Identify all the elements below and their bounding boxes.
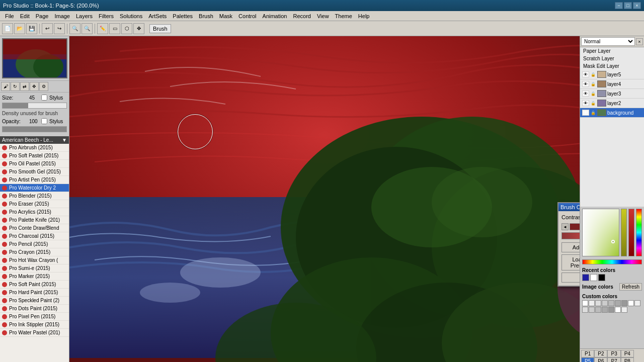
custom-swatch-9[interactable] [634,300,640,306]
paper-layer-item[interactable]: Paper Layer [580,47,644,55]
recent-swatch-2[interactable] [590,274,597,281]
brush-list-item[interactable]: Pro Pencil (2015) [0,240,69,248]
layer-visibility-toggle[interactable]: 👁 [582,110,589,116]
brush-list-item[interactable]: Pro Airbrush (2015) [0,144,69,152]
menu-item-palettes[interactable]: Palettes [170,12,196,20]
toolbar-save[interactable]: 💾 [26,23,37,34]
custom-swatch-3[interactable] [595,300,601,306]
page-btn-7[interactable]: P7 [607,357,620,362]
layer-lock-toggle[interactable]: 🔒 [590,110,596,116]
brush-list-item[interactable]: Pro Marker (2015) [0,273,69,281]
toolbar-zoom-out[interactable]: 🔍 [82,23,93,34]
brush-list-item[interactable]: Pro Water Pastel (201) [0,329,69,337]
custom-swatch-7[interactable] [621,300,627,306]
custom-swatch-1[interactable] [582,300,588,306]
menu-item-view[interactable]: View [314,12,332,20]
hue-slider-vert[interactable] [636,209,642,256]
opacity-slider[interactable] [2,126,67,132]
layer-mode-select[interactable]: Normal Multiply Screen [581,37,635,46]
menu-item-solutions[interactable]: Solutions [117,12,145,20]
layer-row[interactable]: 👁🔒background [580,108,644,118]
brush-list-item[interactable]: Pro Eraser (2015) [0,200,69,208]
size-slider[interactable] [2,103,67,109]
random-btn[interactable]: Random [561,273,580,283]
page-btn-1[interactable]: P1 [581,350,594,357]
brush-list-item[interactable]: Pro Crayon (2015) [0,248,69,256]
menu-item-file[interactable]: File [2,12,17,20]
brush-list-item[interactable]: Pro Sumi-e (2015) [0,264,69,273]
brush-list-item[interactable]: Pro Ink Stippler (2015) [0,321,69,329]
menu-item-record[interactable]: Record [290,12,313,20]
page-btn-5[interactable]: P5 [581,357,594,362]
load-preset-btn[interactable]: Load Preset [561,254,580,270]
canvas-thumbnail[interactable] [2,38,67,78]
menu-item-animation[interactable]: Animation [260,12,290,20]
brush-list-item[interactable]: Pro Artist Pen (2015) [0,176,69,184]
refresh-btn[interactable]: Refresh [619,283,642,291]
toolbar-undo[interactable]: ↩ [42,23,53,34]
page-btn-4[interactable]: P4 [621,350,634,357]
toolbar-move[interactable]: ✥ [133,23,144,34]
add-brush-controls-btn[interactable]: Add Brush Controls [561,242,580,252]
tool-settings[interactable]: ⚙ [39,82,48,91]
custom-swatch-15[interactable] [615,307,621,313]
layer-row[interactable]: 👁🔒layer3 [580,89,644,99]
layer-visibility-toggle[interactable]: 👁 [582,90,589,97]
custom-swatch-16[interactable] [621,307,627,313]
brush-list-item[interactable]: Pro Dots Paint (2015) [0,305,69,313]
menu-item-layers[interactable]: Layers [73,12,96,20]
contrast-slider[interactable] [570,223,580,230]
menu-item-mask[interactable]: Mask [216,12,235,20]
minimize-button[interactable]: − [615,2,623,9]
layer-row[interactable]: 👁🔒layer2 [580,99,644,108]
toolbar-lasso[interactable]: ⬡ [121,23,132,34]
menu-item-filters[interactable]: Filters [96,12,117,20]
brush-list-item[interactable]: Pro Soft Pastel (2015) [0,152,69,160]
layer-visibility-toggle[interactable]: 👁 [582,81,589,87]
custom-swatch-11[interactable] [589,307,595,313]
menu-item-brush[interactable]: Brush [196,12,216,20]
custom-swatch-13[interactable] [602,307,608,313]
layer-lock-toggle[interactable]: 🔒 [590,90,596,97]
layer-row[interactable]: 👁🔒layer4 [580,79,644,89]
brush-list-item[interactable]: Pro Oil Pastel (2015) [0,160,69,168]
brush-list-item[interactable]: Pro Hard Paint (2015) [0,289,69,297]
hue-slider-horiz[interactable] [582,259,642,264]
custom-swatch-6[interactable] [615,300,621,306]
dialog-titlebar[interactable]: Brush Control × [558,203,580,211]
scratch-layer-item[interactable]: Scratch Layer [580,55,644,62]
layer-lock-toggle[interactable]: 🔒 [590,100,596,106]
page-btn-3[interactable]: P3 [607,350,620,357]
custom-swatch-5[interactable] [608,300,614,306]
brush-list-item[interactable]: Pro Soft Paint (2015) [0,281,69,289]
menu-item-control[interactable]: Control [235,12,259,20]
contrast-decrease-btn[interactable]: ◄ [561,223,569,230]
brush-list-item[interactable]: Pro Speckled Paint (2) [0,297,69,305]
custom-swatch-12[interactable] [595,307,601,313]
brush-list-item[interactable]: Pro Blender (2015) [0,192,69,200]
toolbar-new[interactable]: 📄 [2,23,13,34]
opacity-stylus-checkbox[interactable] [41,118,47,124]
layer-panel-close[interactable]: × [636,38,643,45]
toolbar-open[interactable]: 📂 [14,23,25,34]
menu-item-edit[interactable]: Edit [17,12,33,20]
layer-lock-toggle[interactable]: 🔒 [590,81,596,87]
page-btn-8[interactable]: P8 [621,357,634,362]
brush-list[interactable]: Pro Airbrush (2015)Pro Soft Pastel (2015… [0,144,69,362]
recent-swatch-3[interactable] [598,274,605,281]
close-button[interactable]: × [633,2,641,9]
brush-list-item[interactable]: Pro Smooth Gel (2015) [0,168,69,176]
brush-list-item[interactable]: Pro Conte Draw/Blend [0,224,69,232]
tool-move2[interactable]: ✥ [30,82,39,91]
page-btn-6[interactable]: P6 [594,357,607,362]
menu-item-help[interactable]: Help [355,12,373,20]
brightness-slider[interactable] [621,209,627,256]
layer-row[interactable]: 👁🔒layer5 [580,70,644,79]
tool-flip[interactable]: ⇄ [20,82,29,91]
red-slider[interactable] [628,209,634,256]
custom-swatch-14[interactable] [608,307,614,313]
menu-item-page[interactable]: Page [33,12,52,20]
layer-lock-toggle[interactable]: 🔒 [590,71,596,77]
layer-visibility-toggle[interactable]: 👁 [582,100,589,106]
brush-list-item[interactable]: Pro Acrylics (2015) [0,208,69,216]
